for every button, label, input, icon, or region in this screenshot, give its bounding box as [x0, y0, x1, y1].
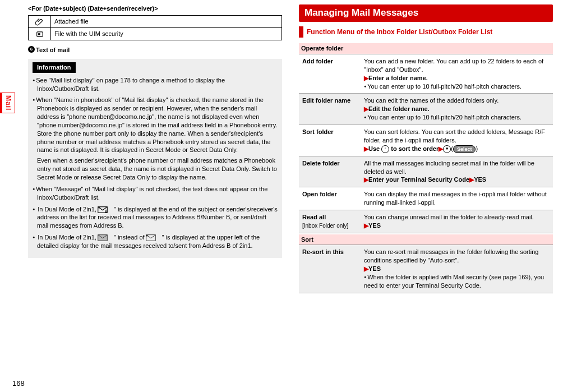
- information-box: Information See "Mail list display" on p…: [28, 59, 282, 258]
- uim-security-label: File with the UIM security: [51, 27, 282, 40]
- sort-table: Re-sort in this You can re-sort mail mes…: [299, 245, 553, 293]
- function-menu-heading: Function Menu of the Inbox Folder List/O…: [299, 26, 553, 38]
- read-all-label: Read all [Inbox Folder only]: [299, 210, 361, 233]
- uim-icon: [35, 30, 44, 38]
- icon-legend-table: Attached file File with the UIM security: [28, 15, 282, 40]
- text-of-mail-label: Text of mail: [36, 46, 70, 54]
- sort-folder-label: Sort folder: [299, 124, 361, 156]
- resort-label: Re-sort in this: [299, 245, 361, 293]
- delete-folder-label: Delete folder: [299, 156, 361, 187]
- for-line: <For (Date+subject) (Date+sender/receive…: [28, 4, 282, 13]
- read-all-desc: You can change unread mail in the folder…: [361, 210, 553, 233]
- attached-file-label: Attached file: [51, 15, 282, 27]
- edit-folder-desc: You can edit the names of the added fold…: [361, 94, 553, 125]
- information-title: Information: [33, 62, 76, 73]
- text-of-mail-row: 6 Text of mail: [28, 46, 282, 54]
- add-folder-desc: You can add a new folder. You can add up…: [361, 54, 553, 94]
- info-bullet-4: In Dual Mode of 2in1, " B " is displayed…: [33, 205, 278, 230]
- svg-rect-1: [38, 33, 40, 35]
- nav-circle-icon: ◦: [381, 145, 389, 153]
- info-bullet-3: When "Message" of "Mail list display" is…: [33, 185, 278, 202]
- sort-folder-desc: You can sort folders. You can sort the a…: [361, 124, 553, 156]
- category-operate-folder: Operate folder: [299, 43, 553, 54]
- left-column: <For (Date+subject) (Date+sender/receive…: [28, 4, 282, 293]
- category-sort: Sort: [299, 234, 553, 246]
- add-folder-label: Add folder: [299, 54, 361, 94]
- svg-text:B: B: [105, 209, 108, 213]
- edit-folder-label: Edit folder name: [299, 94, 361, 125]
- info-bullet-5: In Dual Mode of 2in1, " " instead of " "…: [33, 233, 278, 250]
- info-bullet-1: See "Mail list display" on page 178 to c…: [33, 76, 278, 93]
- uim-security-icon-cell: [29, 27, 51, 40]
- info-bullet-2: When "Name in phonebook" of "Mail list d…: [33, 96, 278, 181]
- managing-mail-heading: Managing Mail Messages: [299, 4, 553, 22]
- right-column: Managing Mail Messages Function Menu of …: [299, 4, 553, 293]
- attached-file-icon-cell: [29, 15, 51, 27]
- circle-number-6: 6: [28, 46, 35, 53]
- envelope-plain-icon: [150, 234, 160, 241]
- side-tab-mail: Mail: [0, 93, 15, 113]
- delete-folder-desc: All the mail messages including secret m…: [361, 156, 553, 187]
- envelope-b-icon: B: [102, 206, 112, 213]
- resort-desc: You can re-sort mail messages in the fol…: [361, 245, 553, 293]
- operate-folder-table: Add folder You can add a new folder. You…: [299, 54, 553, 233]
- envelope-grey-icon: [102, 234, 112, 241]
- open-folder-desc: You can display the mail messages in the…: [361, 187, 553, 210]
- select-circle-icon: ●: [443, 145, 451, 153]
- paperclip-icon: [35, 18, 44, 26]
- open-folder-label: Open folder: [299, 187, 361, 210]
- select-pill: Select: [453, 145, 476, 153]
- page-number: 168: [12, 379, 25, 389]
